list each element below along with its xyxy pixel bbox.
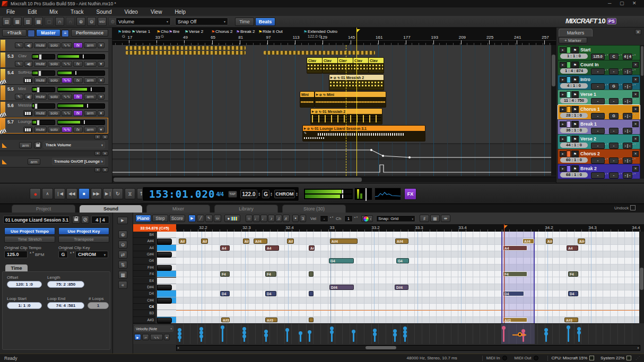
- marker-sig-field-spinner[interactable]: ▲▼: [632, 83, 634, 86]
- menu-mix[interactable]: Mix: [49, 9, 58, 15]
- track-volume-slider[interactable]: [32, 87, 55, 92]
- midi-note-selected[interactable]: F4: [503, 271, 527, 277]
- volume-handle[interactable]: [37, 120, 40, 126]
- marker-close-button[interactable]: ✕: [632, 107, 639, 112]
- track-volume-slider[interactable]: [32, 70, 55, 76]
- velocity-handle[interactable]: [544, 332, 548, 335]
- velocity-handle[interactable]: [242, 327, 246, 331]
- clip[interactable]: Clav: [307, 57, 323, 74]
- marker-close-button[interactable]: ✕: [632, 151, 639, 157]
- midi-note-selected[interactable]: D4: [503, 291, 524, 296]
- fx-button[interactable]: fx: [73, 77, 83, 83]
- minimize-button[interactable]: ─: [608, 1, 611, 6]
- clip-signature[interactable]: 4 | 4: [91, 216, 109, 224]
- marker-sig-field[interactable]: - | -: [623, 157, 632, 164]
- automation-button[interactable]: ∿∿: [62, 42, 72, 48]
- piano-roll-ruler[interactable]: 33:04.876 (C#5)32.232.332.43333.233.333.…: [133, 224, 644, 232]
- automation-button[interactable]: ∿∿: [62, 110, 72, 116]
- fx-button[interactable]: fx: [73, 127, 83, 133]
- marker-tempo-field-spinner[interactable]: ▲▼: [604, 98, 607, 101]
- menu-track[interactable]: Track: [71, 9, 84, 15]
- velocity-handle[interactable]: [373, 329, 377, 332]
- midi-note[interactable]: A#: [179, 239, 186, 244]
- marker-tempo-field[interactable]: -: [591, 128, 605, 134]
- marker-expand-button[interactable]: ▸: [560, 92, 566, 98]
- velocity-handle[interactable]: [308, 330, 311, 334]
- piano-key-b3[interactable]: [157, 310, 176, 316]
- timeline-marker[interactable]: ⚑Bre: [169, 29, 172, 34]
- marker-sig-field-spinner[interactable]: ▲▼: [632, 172, 634, 175]
- beats-mode-button[interactable]: Beats: [255, 17, 275, 26]
- marker-sig-field-spinner[interactable]: ▲▼: [632, 98, 634, 101]
- marker-time-field[interactable]: 36 : 1 : 0: [560, 128, 588, 133]
- resize-grip[interactable]: ⋰: [636, 356, 640, 360]
- midi-note[interactable]: A#: [287, 239, 294, 244]
- midi-note[interactable]: F4: [220, 271, 230, 277]
- markers-vscrollbar[interactable]: [640, 45, 644, 179]
- time-stretch-button[interactable]: Time Stretch: [4, 236, 55, 243]
- marker-key-field-spinner[interactable]: ▲▼: [618, 113, 621, 116]
- midi-note[interactable]: D4: [568, 291, 578, 296]
- automation-lock-button[interactable]: [34, 142, 41, 148]
- timeline-marker[interactable]: ⚑IntroG: [118, 29, 121, 34]
- offset-field[interactable]: 120: 1 :0: [7, 281, 42, 288]
- mute-button[interactable]: mute: [34, 127, 47, 133]
- note-duration-button-6[interactable]: ♬: [283, 215, 290, 222]
- keyboard-button[interactable]: [23, 110, 33, 116]
- snap-dropdown[interactable]: Snap Off ▾: [175, 17, 228, 25]
- velocity-handle[interactable]: [242, 331, 246, 334]
- automation-close-button[interactable]: ×: [102, 135, 108, 139]
- marker-key-field-spinner[interactable]: ▲▼: [618, 68, 621, 71]
- marker-time-field[interactable]: 1 : 4 : 874: [560, 68, 588, 74]
- marker-sig-field[interactable]: - | -: [623, 172, 632, 179]
- marker-expand-button[interactable]: ▸: [560, 62, 566, 68]
- velocity-handle[interactable]: [221, 325, 224, 329]
- zoom-out-button[interactable]: ⊖: [118, 241, 127, 249]
- marker-flag-button[interactable]: ⚑: [571, 165, 579, 172]
- velocity-handle[interactable]: [393, 329, 397, 333]
- marker-close-button[interactable]: ✕: [632, 166, 639, 172]
- midi-note[interactable]: A4: [265, 245, 279, 251]
- marker-key-field-spinner[interactable]: ▲▼: [618, 128, 621, 130]
- piano-key-c4[interactable]: [157, 304, 176, 310]
- track-chevron-button[interactable]: ▾: [98, 94, 105, 100]
- mode-piano-button[interactable]: Piano: [135, 215, 151, 222]
- marker-flag-button[interactable]: ⚑: [571, 136, 579, 143]
- velocity-handle[interactable]: [403, 326, 407, 330]
- tab-sound[interactable]: Sound: [80, 205, 142, 213]
- menu-help[interactable]: Help: [175, 9, 186, 15]
- marker-tempo-field-spinner[interactable]: ▲▼: [604, 83, 607, 86]
- v-zoom-button[interactable]: ⇅: [118, 261, 127, 269]
- step-record-button[interactable]: ●: [224, 215, 240, 222]
- velocity-lane[interactable]: [176, 323, 639, 344]
- mute-button[interactable]: mute: [34, 61, 47, 67]
- clip[interactable]: ▶⊘↻Mini: [315, 91, 386, 108]
- mode-step-button[interactable]: Step: [152, 215, 168, 222]
- new-file-button[interactable]: ▤: [2, 17, 11, 26]
- midi-note-selected[interactable]: A#4: [523, 239, 534, 244]
- automation-arm-button[interactable]: arm: [28, 158, 40, 165]
- automation-button[interactable]: ∿∿: [62, 94, 72, 100]
- velocity-curve-button[interactable]: ∿∿: [150, 334, 163, 340]
- piano-key-f4[interactable]: [157, 271, 176, 277]
- markers-tab[interactable]: Markers: [559, 29, 593, 37]
- use-project-key-button[interactable]: Use Project Key: [58, 227, 109, 235]
- track-row-5.5[interactable]: 5.5Mini✎◀)mutesolo∿∿fxarm▾: [0, 85, 108, 101]
- transpose-button[interactable]: Transpose: [58, 236, 109, 243]
- piano-key-g4[interactable]: [157, 258, 176, 264]
- note-color-button[interactable]: ▾: [361, 215, 373, 222]
- marker-key-field-spinner[interactable]: ▲▼: [618, 98, 621, 101]
- marker-tempo-field-spinner[interactable]: ▲▼: [604, 143, 607, 145]
- piano-key-cs4[interactable]: [157, 297, 176, 304]
- midi-note[interactable]: A#3: [564, 317, 578, 323]
- arm-button[interactable]: arm: [84, 94, 97, 100]
- maximize-button[interactable]: ▢: [620, 1, 624, 6]
- scrollbar-thumb[interactable]: [640, 268, 643, 290]
- stop-button[interactable]: ■: [79, 188, 90, 199]
- tab-mixer[interactable]: Mixer: [146, 205, 210, 213]
- velocity-eraser-button[interactable]: ▱: [142, 334, 149, 340]
- velocity-handle[interactable]: [285, 328, 289, 332]
- note-duration-button-4[interactable]: ♪: [268, 215, 275, 222]
- velocity-handle[interactable]: [178, 328, 181, 332]
- midi-note[interactable]: F4: [265, 271, 276, 277]
